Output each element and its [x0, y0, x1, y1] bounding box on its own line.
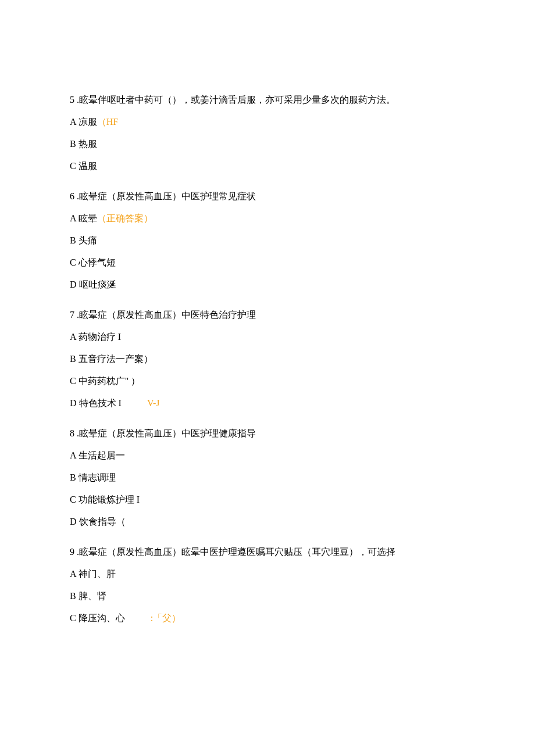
option-label: C 心悸气短 — [70, 257, 116, 267]
answer-option: C 中药药枕广" ） — [70, 374, 465, 388]
question-stem: 9 .眩晕症（原发性高血压）眩晕中医护理遵医嘱耳穴贴压（耳穴埋豆），可选择 — [70, 545, 465, 559]
document-body: 5 .眩晕伴呕吐者中药可（），或姜汁滴舌后服，亦可采用少量多次的服药方法。A 凉… — [70, 93, 465, 625]
answer-option: D 特色技术 IV-J — [70, 396, 465, 410]
option-label: D 特色技术 I — [70, 398, 122, 408]
answer-option: A 生活起居一 — [70, 449, 465, 463]
answer-option: B 热服 — [70, 137, 465, 151]
question-text: .眩晕症（原发性高血压）中医护理常见症状 — [74, 191, 256, 201]
option-label: B 情志调理 — [70, 472, 116, 482]
answer-option: B 情志调理 — [70, 471, 465, 485]
question-stem: 6 .眩晕症（原发性高血压）中医护理常见症状 — [70, 189, 465, 203]
answer-option: C 功能锻炼护理 I — [70, 493, 465, 507]
question-block: 8 .眩晕症（原发性高血压）中医护理健康指导A 生活起居一B 情志调理C 功能锻… — [70, 427, 465, 529]
question-text: .眩晕症（原发性高血压）中医护理健康指导 — [74, 428, 256, 438]
question-block: 5 .眩晕伴呕吐者中药可（），或姜汁滴舌后服，亦可采用少量多次的服药方法。A 凉… — [70, 93, 465, 173]
option-label: B 脾、肾 — [70, 591, 106, 601]
option-label: B 头痛 — [70, 235, 97, 245]
option-label: A 神门、肝 — [70, 569, 116, 579]
option-label: C 降压沟、心 — [70, 613, 125, 623]
question-stem: 8 .眩晕症（原发性高血压）中医护理健康指导 — [70, 427, 465, 440]
option-label: C 温服 — [70, 161, 97, 171]
option-annotation: （HF — [97, 117, 118, 127]
question-number: 6 — [70, 191, 74, 201]
answer-option: B 五音疗法一产案） — [70, 352, 465, 366]
answer-option: A 眩晕（正确答案） — [70, 212, 465, 225]
answer-option: C 降压沟、心:「父） — [70, 611, 465, 625]
question-block: 6 .眩晕症（原发性高血压）中医护理常见症状A 眩晕（正确答案）B 头痛C 心悸… — [70, 189, 465, 292]
option-label: A 药物治疗 I — [70, 332, 121, 342]
answer-option: C 心悸气短 — [70, 256, 465, 270]
question-block: 9 .眩晕症（原发性高血压）眩晕中医护理遵医嘱耳穴贴压（耳穴埋豆），可选择A 神… — [70, 545, 465, 625]
option-annotation: V-J — [147, 398, 160, 408]
question-text: .眩晕伴呕吐者中药可（），或姜汁滴舌后服，亦可采用少量多次的服药方法。 — [74, 95, 395, 105]
answer-option: D 呕吐痰涎 — [70, 278, 465, 292]
option-annotation: （正确答案） — [97, 213, 153, 223]
question-number: 8 — [70, 428, 74, 438]
answer-option: D 饮食指导（ — [70, 515, 465, 529]
question-block: 7 .眩晕症（原发性高血压）中医特色治疗护理A 药物治疗 IB 五音疗法一产案）… — [70, 308, 465, 410]
answer-option: A 神门、肝 — [70, 567, 465, 581]
option-label: A 凉服 — [70, 117, 97, 127]
option-label: B 五音疗法一产案） — [70, 354, 153, 364]
question-text: .眩晕症（原发性高血压）眩晕中医护理遵医嘱耳穴贴压（耳穴埋豆），可选择 — [74, 547, 395, 557]
option-label: C 中药药枕广" ） — [70, 376, 140, 386]
option-label: C 功能锻炼护理 I — [70, 495, 140, 504]
option-label: A 生活起居一 — [70, 450, 125, 460]
question-text: .眩晕症（原发性高血压）中医特色治疗护理 — [74, 310, 256, 320]
answer-option: B 头痛 — [70, 234, 465, 248]
question-number: 9 — [70, 547, 74, 557]
option-label: B 热服 — [70, 139, 97, 149]
option-label: D 呕吐痰涎 — [70, 280, 116, 289]
answer-option: A 药物治疗 I — [70, 330, 465, 344]
question-number: 5 — [70, 95, 74, 105]
answer-option: B 脾、肾 — [70, 589, 465, 603]
answer-option: A 凉服（HF — [70, 115, 465, 129]
question-number: 7 — [70, 310, 74, 320]
option-label: A 眩晕 — [70, 213, 97, 223]
answer-option: C 温服 — [70, 159, 465, 173]
question-stem: 7 .眩晕症（原发性高血压）中医特色治疗护理 — [70, 308, 465, 322]
option-label: D 饮食指导（ — [70, 517, 126, 526]
question-stem: 5 .眩晕伴呕吐者中药可（），或姜汁滴舌后服，亦可采用少量多次的服药方法。 — [70, 93, 465, 107]
option-annotation: :「父） — [151, 613, 181, 623]
